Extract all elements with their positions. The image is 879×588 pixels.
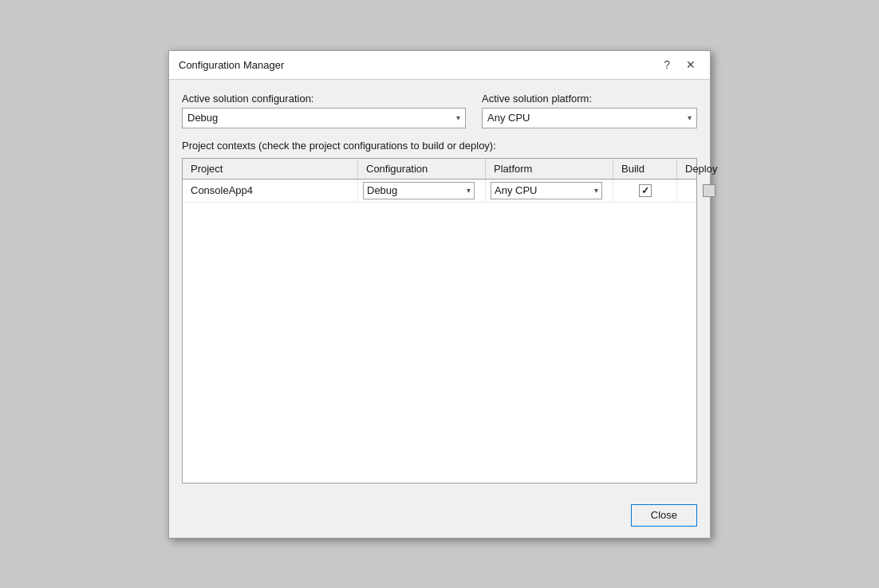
col-header-platform: Platform — [486, 159, 613, 179]
cell-deploy — [677, 180, 741, 202]
solution-platform-dropdown[interactable]: Any CPU ▾ — [482, 108, 697, 128]
close-button[interactable]: Close — [631, 504, 697, 527]
deploy-checkbox[interactable] — [703, 184, 715, 197]
dialog-footer: Close — [169, 496, 710, 538]
row-platform-value: Any CPU — [495, 184, 537, 196]
row-platform-arrow: ▾ — [594, 186, 598, 195]
row-configuration-dropdown[interactable]: Debug ▾ — [363, 182, 475, 199]
row-configuration-arrow: ▾ — [467, 186, 471, 195]
solution-config-arrow: ▾ — [456, 113, 460, 122]
row-platform-dropdown[interactable]: Any CPU ▾ — [491, 182, 602, 199]
col-header-project: Project — [183, 159, 358, 179]
table-header: Project Configuration Platform Build Dep… — [183, 159, 696, 180]
dialog-body: Active solution configuration: Debug ▾ A… — [169, 80, 710, 496]
window-close-button[interactable]: ✕ — [681, 57, 700, 72]
solution-config-group: Active solution configuration: Debug ▾ — [182, 93, 466, 128]
table-body: ConsoleApp4 Debug ▾ Any CPU ▾ — [183, 180, 696, 483]
cell-platform: Any CPU ▾ — [486, 180, 613, 202]
solution-platform-value: Any CPU — [487, 112, 530, 124]
title-bar-controls: ? ✕ — [659, 57, 700, 72]
help-button[interactable]: ? — [659, 57, 675, 72]
col-header-build: Build — [613, 159, 677, 179]
project-table: Project Configuration Platform Build Dep… — [182, 158, 697, 483]
project-contexts-label: Project contexts (check the project conf… — [182, 140, 697, 152]
cell-project-name: ConsoleApp4 — [183, 180, 358, 202]
solution-platform-arrow: ▾ — [688, 113, 692, 122]
col-header-deploy: Deploy — [677, 159, 741, 179]
solution-platform-group: Active solution platform: Any CPU ▾ — [482, 93, 697, 128]
table-row: ConsoleApp4 Debug ▾ Any CPU ▾ — [183, 180, 696, 203]
title-bar: Configuration Manager ? ✕ — [169, 51, 710, 80]
col-header-configuration: Configuration — [358, 159, 486, 179]
build-checkbox[interactable] — [639, 184, 652, 197]
solution-config-dropdown[interactable]: Debug ▾ — [182, 108, 466, 128]
top-controls-row: Active solution configuration: Debug ▾ A… — [182, 93, 697, 128]
project-name: ConsoleApp4 — [191, 184, 253, 196]
cell-build — [613, 180, 677, 202]
row-configuration-value: Debug — [367, 184, 397, 196]
solution-platform-label: Active solution platform: — [482, 93, 697, 105]
dialog-title: Configuration Manager — [179, 59, 284, 71]
solution-config-value: Debug — [187, 112, 218, 124]
solution-config-label: Active solution configuration: — [182, 93, 466, 105]
cell-configuration: Debug ▾ — [358, 180, 486, 202]
configuration-manager-dialog: Configuration Manager ? ✕ Active solutio… — [168, 50, 711, 539]
